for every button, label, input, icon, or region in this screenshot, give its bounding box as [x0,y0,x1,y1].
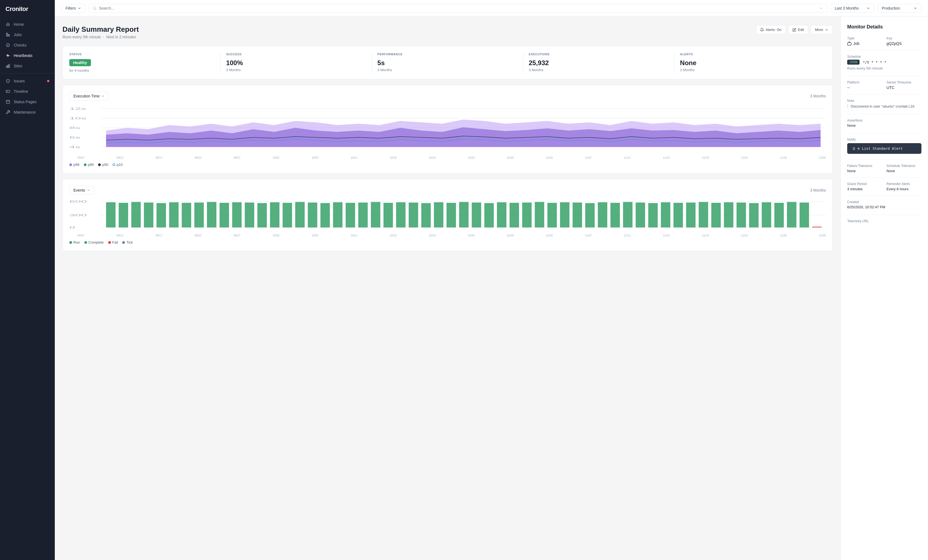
type-value-text: Job [853,41,859,46]
svg-rect-50 [321,203,330,227]
sidebar-item-heartbeats[interactable]: Heartbeats [0,50,55,61]
reminder-section: Reminder Alerts Every 8 hours [887,182,922,191]
sidebar-item-home-label: Home [14,22,24,27]
sidebar-item-home[interactable]: Home [0,19,55,30]
sidebar-item-jobs[interactable]: Jobs [0,30,55,40]
stat-success-sub: 3 Months [226,68,366,72]
execution-chart-select[interactable]: Execution Time [69,92,109,100]
right-panel: Monitor Details Type Job Key gQZpQS Sche… [840,17,928,560]
svg-rect-60 [446,203,456,227]
legend-dot-p10 [113,163,115,166]
platform-value: -- [847,85,882,90]
created-section: Created 6/25/2020, 10:52:47 PM [847,200,922,209]
notify-section: Notify ≡ List Standard Alert [847,138,922,154]
legend-complete: Complete [84,240,104,244]
svg-point-15 [93,6,96,9]
main-panel: Daily Summary Report Runs every 5th minu… [55,17,840,560]
reminder-value: Every 8 hours [887,187,922,191]
stat-executions-sub: 3 Months [529,68,669,72]
cron-expression: */5 * * * * [863,60,886,64]
healthy-badge: Healthy [69,59,91,66]
sidebar-item-timeline[interactable]: Timeline [0,86,55,97]
legend-p99: p99 [69,163,79,167]
events-chart-select[interactable]: Events [69,186,94,195]
edit-button[interactable]: Edit [788,25,808,34]
svg-text:6s: 6s [69,136,80,139]
notify-bar: ≡ List Standard Alert [847,143,922,154]
sidebar-item-checks[interactable]: Checks [0,40,55,50]
svg-rect-2 [6,36,9,36]
events-chart-area: 600 300 0 // Generate bars dynamically [69,200,826,233]
divider-8 [847,195,922,196]
sidebar-item-maintenance-label: Maintenance [14,110,36,114]
sidebar-item-checks-label: Checks [14,43,27,47]
sidebar-item-issues[interactable]: Issues [0,76,55,86]
svg-text:8s: 8s [69,126,80,129]
sidebar: Cronitor Home Jobs Checks Heartbeats [0,0,55,560]
sidebar-item-sites[interactable]: Sites [0,61,55,71]
legend-label-p50: p50 [102,163,108,167]
svg-rect-48 [295,202,305,227]
svg-rect-34 [119,203,128,227]
stat-status-sub: for 9 months [69,68,215,73]
alerts-button[interactable]: Alerts: On [756,25,786,34]
svg-rect-13 [6,100,9,103]
subtitle-dot: · [103,35,104,39]
execution-chart-legend: p99 p90 p50 p10 [69,163,826,167]
jobs-icon [6,32,11,37]
stat-executions-value: 25,932 [529,59,669,67]
svg-rect-64 [497,202,507,227]
execution-chart-period: 3 Months [810,94,826,98]
svg-rect-86 [774,203,784,227]
x-axis-labels-execution: 09/0709/1209/1709/2209/27 10/0210/0710/1… [69,155,826,159]
search-input[interactable] [99,6,817,11]
stat-success: SUCCESS 100% 3 Months [220,53,372,73]
stats-card: STATUS Healthy for 9 months SUCCESS 100%… [63,46,833,79]
legend-fail: Fail [108,240,118,244]
svg-rect-82 [724,202,734,227]
svg-rect-80 [699,202,708,227]
telemetry-section: Telemetry URL [847,219,922,223]
assertions-value: None [847,123,922,128]
svg-rect-55 [383,203,393,227]
period-label: Last 3 Months [835,6,859,11]
svg-rect-39 [182,203,191,227]
search-dropdown-icon [819,6,823,10]
app-logo: Cronitor [0,0,55,19]
schedule-section: Schedule CRON */5 * * * * Runs every 5th… [847,55,922,70]
timeline-icon [6,89,11,94]
heartbeats-icon [6,53,11,58]
svg-rect-52 [346,203,355,227]
svg-rect-57 [409,202,418,227]
stat-status-label: STATUS [69,53,215,56]
edit-label: Edit [798,27,804,32]
filters-button[interactable]: Filters [61,4,85,12]
svg-rect-51 [333,202,343,227]
platform-tz-section: Platform -- Server Timezone UTC [847,81,922,90]
note-label: Note [847,99,922,103]
server-tz-section: Server Timezone UTC [887,81,922,90]
legend-dot-tick [122,241,125,244]
legend-dot-fail [108,241,111,244]
svg-rect-67 [535,202,544,227]
next-text: Next in 2 minutes [106,35,136,39]
sidebar-item-maintenance[interactable]: Maintenance [0,107,55,117]
type-label: Type [847,37,882,40]
svg-rect-90 [847,43,851,45]
divider-1 [847,50,922,50]
svg-rect-87 [787,202,797,227]
period-select[interactable]: Last 3 Months [830,4,874,12]
key-section: Key gQZpQS [887,37,922,46]
more-button[interactable]: More [811,25,833,34]
env-select[interactable]: Production [878,4,922,12]
schedule-tol-label: Schedule Tolerance [887,164,922,168]
divider-9 [847,215,922,215]
divider-6 [847,159,922,160]
svg-text:4s: 4s [69,146,80,149]
svg-rect-71 [585,203,595,227]
svg-rect-6 [9,64,9,68]
sidebar-nav: Home Jobs Checks Heartbeats Sites [0,19,55,560]
svg-rect-36 [144,202,153,227]
sidebar-item-status-pages[interactable]: Status Pages [0,97,55,107]
svg-rect-56 [396,202,406,227]
